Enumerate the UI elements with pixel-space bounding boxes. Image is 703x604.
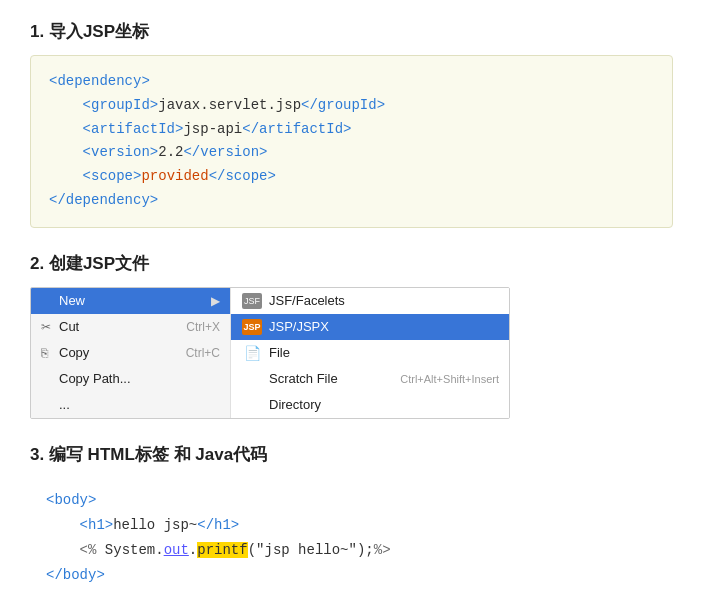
tag: </artifactId>	[242, 121, 351, 137]
menu-item-copy-path[interactable]: Copy Path...	[31, 366, 230, 392]
tag: <scope>	[83, 168, 142, 184]
tag: </body>	[46, 567, 105, 583]
tag: </dependency>	[49, 192, 158, 208]
code-line: <scope>provided</scope>	[49, 165, 654, 189]
tag: <h1>	[80, 517, 114, 533]
code-line: </body>	[46, 563, 657, 588]
menu-item-new[interactable]: New ▶	[31, 288, 230, 314]
shortcut-label: Ctrl+C	[186, 346, 220, 360]
menu-item-more: ...	[31, 392, 230, 418]
menu-item-label: New	[59, 293, 85, 308]
section-2: 2. 创建JSP文件 New ▶ ✂ Cut Ctrl+X ⎘ Copy Ctr…	[30, 252, 673, 419]
tag: </scope>	[209, 168, 276, 184]
menu-item-label: Copy Path...	[59, 371, 131, 386]
ide-screenshot: New ▶ ✂ Cut Ctrl+X ⎘ Copy Ctrl+C Copy Pa…	[30, 287, 510, 419]
right-item-label: Directory	[269, 397, 321, 412]
menu-item-cut[interactable]: ✂ Cut Ctrl+X	[31, 314, 230, 340]
section-3-title: 3. 编写 HTML标签 和 Java代码	[30, 443, 673, 466]
ide-menu-left: New ▶ ✂ Cut Ctrl+X ⎘ Copy Ctrl+C Copy Pa…	[31, 288, 231, 418]
file-icon: 📄	[241, 342, 263, 364]
ide-menu-right: JSF JSF/Facelets JSP JSP/JSPX 📄 File	[231, 288, 509, 418]
right-item-jsf[interactable]: JSF JSF/Facelets	[231, 288, 509, 314]
code-block-3: <body> <h1>hello jsp~</h1> <% System.out…	[30, 478, 673, 599]
tag: <version>	[83, 144, 159, 160]
right-item-file[interactable]: 📄 File	[231, 340, 509, 366]
code-line: <groupId>javax.servlet.jsp</groupId>	[49, 94, 654, 118]
code-line: </dependency>	[49, 189, 654, 213]
code-line: <body>	[46, 488, 657, 513]
scratch-icon	[241, 368, 263, 390]
tag: <%	[80, 542, 97, 558]
code-line: <version>2.2</version>	[49, 141, 654, 165]
tag: <dependency>	[49, 73, 150, 89]
menu-item-label: Copy	[59, 345, 89, 360]
cut-icon: ✂	[41, 320, 59, 334]
menu-item-label: ...	[59, 397, 70, 412]
right-item-label: File	[269, 345, 290, 360]
shortcut-label: Ctrl+X	[186, 320, 220, 334]
jsf-badge: JSF	[242, 293, 262, 309]
directory-icon	[241, 394, 263, 416]
method: out	[164, 542, 189, 558]
tag: %>	[374, 542, 391, 558]
tag: <artifactId>	[83, 121, 184, 137]
tag: </h1>	[197, 517, 239, 533]
code-line: <% System.out.printf("jsp hello~");%>	[46, 538, 657, 563]
right-item-label: Scratch File	[269, 371, 338, 386]
right-item-label: JSF/Facelets	[269, 293, 345, 308]
highlight-keyword: printf	[197, 542, 247, 558]
code-block-1: <dependency> <groupId>javax.servlet.jsp<…	[30, 55, 673, 228]
right-item-jsp[interactable]: JSP JSP/JSPX	[231, 314, 509, 340]
ide-menu: New ▶ ✂ Cut Ctrl+X ⎘ Copy Ctrl+C Copy Pa…	[31, 288, 509, 418]
tag: <groupId>	[83, 97, 159, 113]
code-line: <dependency>	[49, 70, 654, 94]
section-1-title: 1. 导入JSP坐标	[30, 20, 673, 43]
copy-icon: ⎘	[41, 346, 59, 360]
code-line: <h1>hello jsp~</h1>	[46, 513, 657, 538]
tag: </groupId>	[301, 97, 385, 113]
jsp-icon: JSP	[241, 316, 263, 338]
jsp-badge: JSP	[242, 319, 262, 335]
right-item-directory[interactable]: Directory	[231, 392, 509, 418]
code-line: <artifactId>jsp-api</artifactId>	[49, 118, 654, 142]
file-icon-glyph: 📄	[244, 345, 261, 361]
tag: <body>	[46, 492, 96, 508]
right-item-label: JSP/JSPX	[269, 319, 329, 334]
value: provided	[141, 168, 208, 184]
section-1: 1. 导入JSP坐标 <dependency> <groupId>javax.s…	[30, 20, 673, 228]
section-3: 3. 编写 HTML标签 和 Java代码 <body> <h1>hello j…	[30, 443, 673, 599]
string: "jsp hello~"	[256, 542, 357, 558]
tag: </version>	[183, 144, 267, 160]
menu-item-copy[interactable]: ⎘ Copy Ctrl+C	[31, 340, 230, 366]
right-item-scratch[interactable]: Scratch File Ctrl+Alt+Shift+Insert	[231, 366, 509, 392]
section-2-title: 2. 创建JSP文件	[30, 252, 673, 275]
jsf-icon: JSF	[241, 290, 263, 312]
shortcut-label: Ctrl+Alt+Shift+Insert	[400, 373, 499, 385]
menu-item-label: Cut	[59, 319, 79, 334]
new-arrow: ▶	[211, 294, 220, 308]
